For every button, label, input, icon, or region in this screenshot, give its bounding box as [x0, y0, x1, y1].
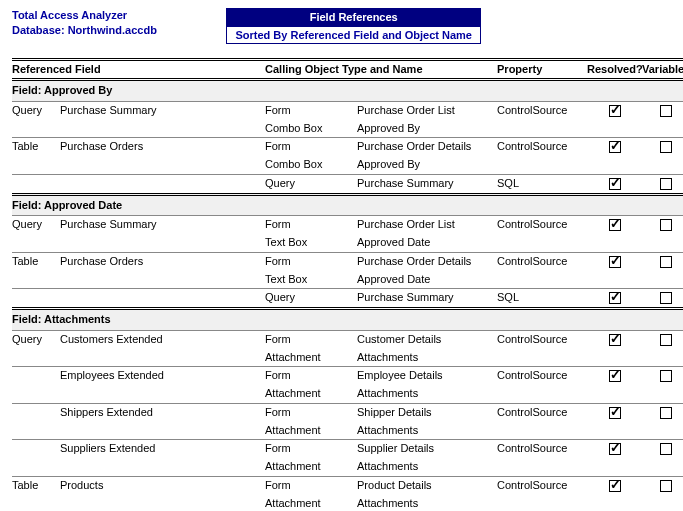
ref-kind: Table — [12, 252, 60, 270]
calling-name-2: Attachments — [357, 422, 497, 440]
col-calling: Calling Object Type and Name — [265, 60, 497, 80]
table-row-sub: Combo BoxApproved By — [12, 156, 683, 174]
ref-object: Shippers Extended — [60, 403, 265, 421]
calling-subtype: Attachment — [265, 422, 357, 440]
ref-object — [60, 174, 265, 194]
report-subtitle: Sorted By Referenced Field and Object Na… — [226, 26, 481, 44]
calling-name: Purchase Order Details — [357, 138, 497, 156]
calling-subtype: Attachment — [265, 458, 357, 476]
calling-name: Shipper Details — [357, 403, 497, 421]
col-property: Property — [497, 60, 587, 80]
variable-cell — [642, 289, 683, 309]
variable-cell — [642, 216, 683, 234]
group-title: Field: Attachments — [12, 309, 683, 331]
col-resolved: Resolved? — [587, 60, 642, 80]
ref-object: Employees Extended — [60, 367, 265, 385]
checkbox-icon — [660, 105, 672, 117]
calling-subtype: Attachment — [265, 495, 357, 512]
table-row: Shippers ExtendedFormShipper DetailsCont… — [12, 403, 683, 421]
calling-name-2: Approved Date — [357, 271, 497, 289]
variable-cell — [642, 330, 683, 348]
database-label: Database: Northwind.accdb — [12, 23, 157, 38]
ref-kind — [12, 403, 60, 421]
variable-cell — [642, 138, 683, 156]
checkbox-icon — [609, 178, 621, 190]
calling-name: Customer Details — [357, 330, 497, 348]
ref-kind: Table — [12, 138, 60, 156]
property: ControlSource — [497, 101, 587, 119]
report-table: Referenced Field Calling Object Type and… — [12, 58, 683, 511]
ref-object: Customers Extended — [60, 330, 265, 348]
calling-type: Form — [265, 252, 357, 270]
checkbox-icon — [660, 480, 672, 492]
column-header-row: Referenced Field Calling Object Type and… — [12, 60, 683, 80]
resolved-cell — [587, 367, 642, 385]
checkbox-icon — [660, 443, 672, 455]
checkbox-icon — [660, 178, 672, 190]
report-body: Field: Approved ByQueryPurchase SummaryF… — [12, 80, 683, 512]
checkbox-icon — [609, 370, 621, 382]
calling-name: Purchase Summary — [357, 289, 497, 309]
resolved-cell — [587, 289, 642, 309]
table-row-sub: AttachmentAttachments — [12, 349, 683, 367]
checkbox-icon — [609, 219, 621, 231]
ref-object — [60, 289, 265, 309]
table-row: QueryPurchase SummarySQL — [12, 174, 683, 194]
col-referenced-field: Referenced Field — [12, 60, 265, 80]
ref-kind — [12, 367, 60, 385]
property: ControlSource — [497, 330, 587, 348]
property: ControlSource — [497, 138, 587, 156]
checkbox-icon — [660, 407, 672, 419]
col-variable: Variable? — [642, 60, 683, 80]
property: ControlSource — [497, 476, 587, 494]
calling-name: Purchase Order List — [357, 101, 497, 119]
variable-cell — [642, 440, 683, 458]
group-header-row: Field: Approved By — [12, 80, 683, 102]
calling-subtype: Combo Box — [265, 156, 357, 174]
table-row: QueryCustomers ExtendedFormCustomer Deta… — [12, 330, 683, 348]
calling-type: Form — [265, 138, 357, 156]
table-row-sub: AttachmentAttachments — [12, 385, 683, 403]
calling-name: Supplier Details — [357, 440, 497, 458]
property: ControlSource — [497, 367, 587, 385]
resolved-cell — [587, 138, 642, 156]
calling-name-2: Attachments — [357, 458, 497, 476]
checkbox-icon — [609, 443, 621, 455]
calling-subtype: Text Box — [265, 271, 357, 289]
ref-kind — [12, 174, 60, 194]
property: SQL — [497, 289, 587, 309]
resolved-cell — [587, 101, 642, 119]
table-row-sub: Text BoxApproved Date — [12, 234, 683, 252]
ref-kind — [12, 440, 60, 458]
property: ControlSource — [497, 216, 587, 234]
table-row-sub: AttachmentAttachments — [12, 458, 683, 476]
calling-name-2: Attachments — [357, 349, 497, 367]
calling-type: Form — [265, 403, 357, 421]
header-title-box: Field References Sorted By Referenced Fi… — [226, 8, 481, 44]
resolved-cell — [587, 403, 642, 421]
resolved-cell — [587, 440, 642, 458]
table-row-sub: Combo BoxApproved By — [12, 120, 683, 138]
variable-cell — [642, 403, 683, 421]
calling-type: Form — [265, 476, 357, 494]
report-title: Field References — [226, 8, 481, 26]
table-row: QueryPurchase SummaryFormPurchase Order … — [12, 101, 683, 119]
table-row: TablePurchase OrdersFormPurchase Order D… — [12, 138, 683, 156]
calling-subtype: Text Box — [265, 234, 357, 252]
resolved-cell — [587, 476, 642, 494]
checkbox-icon — [660, 334, 672, 346]
resolved-cell — [587, 174, 642, 194]
group-title: Field: Approved Date — [12, 194, 683, 216]
ref-kind: Table — [12, 476, 60, 494]
group-title: Field: Approved By — [12, 80, 683, 102]
calling-name-2: Attachments — [357, 495, 497, 512]
calling-name-2: Approved By — [357, 156, 497, 174]
checkbox-icon — [609, 480, 621, 492]
checkbox-icon — [660, 141, 672, 153]
calling-name-2: Approved By — [357, 120, 497, 138]
calling-name: Purchase Order Details — [357, 252, 497, 270]
table-row-sub: Text BoxApproved Date — [12, 271, 683, 289]
checkbox-icon — [609, 141, 621, 153]
table-row: Employees ExtendedFormEmployee DetailsCo… — [12, 367, 683, 385]
app-name: Total Access Analyzer — [12, 8, 157, 23]
